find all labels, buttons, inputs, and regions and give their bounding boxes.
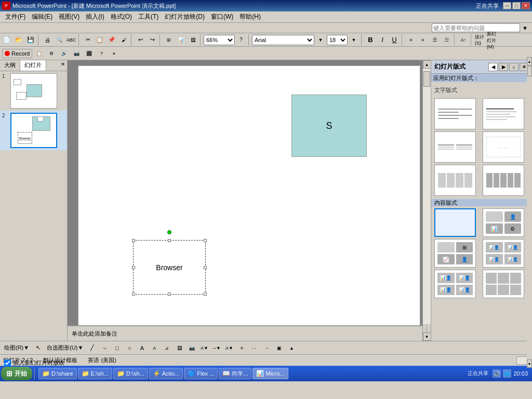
tb2-btn3[interactable]: 🔊 [58,48,70,59]
open-button[interactable]: 📂 [13,34,24,46]
rp-scroll-thumb[interactable] [527,66,532,76]
layout-lines[interactable] [483,98,524,129]
menu-help[interactable]: 帮助(H) [236,11,264,22]
dash-style[interactable]: - - [248,342,260,354]
rp-scroll-up[interactable]: ▲ [527,60,532,65]
preview-button[interactable]: 🔍 [54,34,65,46]
align-center[interactable]: ≡ [417,34,429,46]
restore-button[interactable]: □ [512,2,521,9]
menu-edit[interactable]: 编辑(E) [29,11,56,22]
cut-button[interactable]: ✂ [82,34,94,46]
volume-icon[interactable]: 🔊 [493,369,501,378]
close-button[interactable]: ✕ [522,2,530,9]
tb2-btn4[interactable]: 📷 [71,48,82,59]
rp-scrollbar[interactable]: ▲ ▼ [527,60,532,341]
select-arrow[interactable]: ↖ [32,342,44,354]
panel-nav-back[interactable]: ◀ [488,63,498,71]
help-arrow[interactable]: ▼ [520,25,530,31]
new-slide-button[interactable]: 新幻灯片(M) [486,34,498,46]
handle-tr[interactable] [204,239,207,242]
layout-mixed1[interactable]: 📊👤 📊👤 📊👤 📊👤 [434,270,476,298]
align-left[interactable]: ≡ [405,34,417,46]
size-arrow[interactable]: ▼ [348,34,360,46]
fill-color[interactable]: A▼ [198,342,210,354]
print-button[interactable]: 🖨 [42,34,53,46]
menu-file[interactable]: 文件(F) [2,11,29,22]
redo-button[interactable]: ↪ [147,34,158,46]
taskbar-actio[interactable]: ⚡ Actio... [149,368,183,379]
copy-button[interactable]: 📋 [94,34,105,46]
notes-bar[interactable]: 单击此处添加备注 [68,325,422,341]
help-input[interactable] [432,23,520,32]
handle-br[interactable] [204,292,207,296]
italic-button[interactable]: I [377,34,388,46]
taskbar-flex[interactable]: 🔷 Flex ... [184,368,218,379]
tb2-btn5[interactable]: ⬛ [83,48,95,59]
menu-format[interactable]: 格式(O) [108,11,135,22]
font-arrow[interactable]: ▼ [315,34,326,46]
clipart-tool[interactable]: 🖼 [174,342,185,354]
wordart-tool[interactable]: A [149,342,160,354]
undo-button[interactable]: ↩ [135,34,146,46]
network-icon[interactable]: 🌐 [503,369,511,378]
paste-button[interactable]: 📌 [106,34,117,46]
taskbar-dshare[interactable]: 📁 D:\share [38,368,77,379]
layout-vlines[interactable] [434,165,476,196]
menu-tools[interactable]: 工具(T) [135,11,162,22]
tb2-btn2[interactable]: ⚙ [46,48,57,59]
close-panel-button[interactable]: ✕ [59,60,67,71]
layout-two-col[interactable] [434,131,476,163]
menu-view[interactable]: 视图(V) [56,11,83,22]
insert-chart[interactable]: 📊 [175,34,187,46]
draw-menu[interactable]: 绘图(R)▼ [2,342,31,354]
layout-dotted[interactable]: - - - - [483,131,524,163]
rotate-handle[interactable] [167,230,171,234]
slide-thumbnail-1[interactable] [10,73,57,109]
layout-content-blank[interactable] [434,208,476,237]
layout-content-icons[interactable]: 👤 📊 ⚙ [483,208,524,237]
menu-insert[interactable]: 插入(I) [83,11,107,22]
line-tool[interactable]: ╱ [86,342,98,354]
numbering[interactable]: ☷ [441,34,453,46]
tb2-btn7[interactable]: » [108,48,119,59]
insert-picture[interactable]: 🖼 [187,34,198,46]
tb2-btn6[interactable]: ? [96,48,107,59]
layout-four-icons[interactable]: 📊👤 📊👤 📊👤 📊👤 [483,239,524,268]
font-color[interactable]: A▼ [223,342,235,354]
scroll-up[interactable]: ▲ [423,60,431,69]
slide-thumbnail-2[interactable]: Browser [10,113,57,148]
bullets[interactable]: ☰ [429,34,441,46]
rect-tool[interactable]: □ [111,342,123,354]
taskbar-shang[interactable]: 📖 尚学... [219,368,251,379]
handle-bl[interactable] [132,292,135,296]
panel-nav-home[interactable]: ⌂ [509,63,518,71]
panel-nav-forward[interactable]: ▶ [499,63,508,71]
taskbar-esh[interactable]: 📁 E:\sh... [78,368,112,379]
font-select[interactable]: Arial Times New Roman [252,35,314,45]
oval-tool[interactable]: ○ [124,342,135,354]
menu-window[interactable]: 窗口(W) [208,11,236,22]
taskbar-dsh[interactable]: 📁 D:\sh... [113,368,148,379]
slide-thumb-1[interactable]: 1 [0,71,67,111]
zoom-select[interactable]: 66% 50% 75% 100% [204,35,235,45]
taskbar-micro[interactable]: 📊 Micro... [252,368,288,379]
size-select[interactable]: 18 12 14 24 [327,35,348,45]
tab-outline[interactable]: 大纲 [0,60,20,71]
canvas-area[interactable]: S Browser ▲ ▼ [68,60,431,341]
font-size-increase[interactable]: A↑ [458,34,469,46]
layout-vlines2[interactable] [483,165,524,196]
3d-btn[interactable]: ▲ [286,342,297,354]
record-button[interactable]: Record [2,49,32,58]
scroll-track[interactable] [423,69,431,324]
scroll-down[interactable]: ▼ [423,332,431,341]
save-button[interactable]: 💾 [25,34,36,46]
handle-tl[interactable] [132,239,135,242]
arrow-tool[interactable]: → [99,342,110,354]
zoom-help[interactable]: ? [235,34,247,46]
spell-button[interactable]: ABC [65,34,77,46]
tab-slides[interactable]: 幻灯片 [20,60,46,71]
slide-canvas[interactable]: S Browser [78,65,420,336]
handle-ml[interactable] [132,266,135,269]
handle-bm[interactable] [168,292,171,296]
auto-shapes-btn[interactable]: 自选图形(U)▼ [45,342,85,354]
